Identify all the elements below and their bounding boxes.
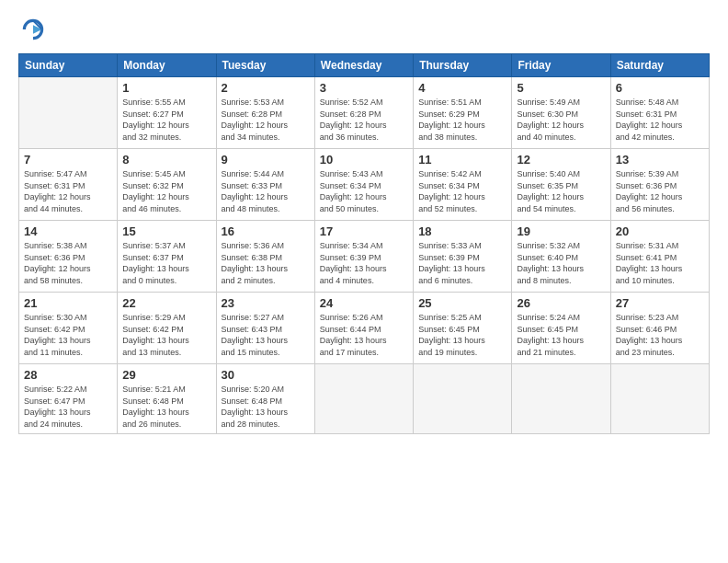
table-row: 26Sunrise: 5:24 AM Sunset: 6:45 PM Dayli… [512, 293, 610, 364]
day-number: 23 [222, 296, 310, 310]
day-number: 1 [122, 81, 210, 95]
day-number: 13 [616, 153, 704, 167]
table-row: 4Sunrise: 5:51 AM Sunset: 6:29 PM Daylig… [414, 77, 512, 149]
day-info: Sunrise: 5:55 AM Sunset: 6:27 PM Dayligh… [122, 97, 210, 143]
day-info: Sunrise: 5:24 AM Sunset: 6:45 PM Dayligh… [517, 312, 605, 358]
table-row: 1Sunrise: 5:55 AM Sunset: 6:27 PM Daylig… [118, 77, 216, 149]
table-row: 29Sunrise: 5:21 AM Sunset: 6:48 PM Dayli… [118, 364, 216, 434]
day-number: 21 [24, 296, 112, 310]
header-wednesday: Wednesday [314, 54, 413, 77]
table-row [314, 364, 413, 434]
header-sunday: Sunday [19, 54, 118, 77]
day-info: Sunrise: 5:30 AM Sunset: 6:42 PM Dayligh… [24, 312, 112, 358]
day-number: 14 [24, 224, 112, 238]
day-number: 6 [616, 81, 704, 95]
day-info: Sunrise: 5:51 AM Sunset: 6:29 PM Dayligh… [418, 97, 506, 143]
table-row: 30Sunrise: 5:20 AM Sunset: 6:48 PM Dayli… [216, 364, 314, 434]
table-row: 24Sunrise: 5:26 AM Sunset: 6:44 PM Dayli… [314, 293, 413, 364]
table-row: 2Sunrise: 5:53 AM Sunset: 6:28 PM Daylig… [216, 77, 314, 149]
day-number: 18 [418, 224, 506, 238]
day-info: Sunrise: 5:45 AM Sunset: 6:32 PM Dayligh… [122, 168, 210, 214]
day-info: Sunrise: 5:21 AM Sunset: 6:48 PM Dayligh… [122, 384, 210, 430]
day-info: Sunrise: 5:29 AM Sunset: 6:42 PM Dayligh… [122, 312, 210, 358]
day-number: 3 [320, 81, 408, 95]
day-number: 8 [122, 153, 210, 167]
table-row: 17Sunrise: 5:34 AM Sunset: 6:39 PM Dayli… [314, 221, 413, 293]
day-number: 29 [122, 368, 210, 382]
table-row: 19Sunrise: 5:32 AM Sunset: 6:40 PM Dayli… [512, 221, 610, 293]
table-row: 16Sunrise: 5:36 AM Sunset: 6:38 PM Dayli… [216, 221, 314, 293]
day-info: Sunrise: 5:48 AM Sunset: 6:31 PM Dayligh… [616, 97, 704, 143]
table-row: 25Sunrise: 5:25 AM Sunset: 6:45 PM Dayli… [414, 293, 512, 364]
table-row: 27Sunrise: 5:23 AM Sunset: 6:46 PM Dayli… [610, 293, 709, 364]
table-row: 9Sunrise: 5:44 AM Sunset: 6:33 PM Daylig… [216, 149, 314, 221]
table-row: 7Sunrise: 5:47 AM Sunset: 6:31 PM Daylig… [19, 149, 118, 221]
header-saturday: Saturday [610, 54, 709, 77]
table-row: 20Sunrise: 5:31 AM Sunset: 6:41 PM Dayli… [610, 221, 709, 293]
day-number: 5 [517, 81, 605, 95]
day-info: Sunrise: 5:32 AM Sunset: 6:40 PM Dayligh… [517, 240, 605, 286]
header-monday: Monday [118, 54, 216, 77]
day-number: 20 [616, 224, 704, 238]
calendar-table: Sunday Monday Tuesday Wednesday Thursday… [18, 53, 710, 434]
day-number: 24 [320, 296, 408, 310]
day-info: Sunrise: 5:27 AM Sunset: 6:43 PM Dayligh… [222, 312, 310, 358]
table-row: 11Sunrise: 5:42 AM Sunset: 6:34 PM Dayli… [414, 149, 512, 221]
day-number: 2 [222, 81, 310, 95]
day-info: Sunrise: 5:42 AM Sunset: 6:34 PM Dayligh… [418, 168, 506, 214]
day-info: Sunrise: 5:33 AM Sunset: 6:39 PM Dayligh… [418, 240, 506, 286]
day-info: Sunrise: 5:43 AM Sunset: 6:34 PM Dayligh… [320, 168, 408, 214]
day-info: Sunrise: 5:37 AM Sunset: 6:37 PM Dayligh… [122, 240, 210, 286]
table-row: 21Sunrise: 5:30 AM Sunset: 6:42 PM Dayli… [19, 293, 118, 364]
day-info: Sunrise: 5:44 AM Sunset: 6:33 PM Dayligh… [222, 168, 310, 214]
day-number: 16 [222, 224, 310, 238]
day-number: 22 [122, 296, 210, 310]
table-row: 6Sunrise: 5:48 AM Sunset: 6:31 PM Daylig… [610, 77, 709, 149]
day-info: Sunrise: 5:23 AM Sunset: 6:46 PM Dayligh… [616, 312, 704, 358]
day-info: Sunrise: 5:52 AM Sunset: 6:28 PM Dayligh… [320, 97, 408, 143]
day-number: 19 [517, 224, 605, 238]
table-row: 13Sunrise: 5:39 AM Sunset: 6:36 PM Dayli… [610, 149, 709, 221]
day-info: Sunrise: 5:39 AM Sunset: 6:36 PM Dayligh… [616, 168, 704, 214]
table-row: 5Sunrise: 5:49 AM Sunset: 6:30 PM Daylig… [512, 77, 610, 149]
header-thursday: Thursday [414, 54, 512, 77]
day-info: Sunrise: 5:38 AM Sunset: 6:36 PM Dayligh… [24, 240, 112, 286]
day-number: 10 [320, 153, 408, 167]
day-number: 26 [517, 296, 605, 310]
table-row [512, 364, 610, 434]
table-row: 15Sunrise: 5:37 AM Sunset: 6:37 PM Dayli… [118, 221, 216, 293]
day-number: 30 [222, 368, 310, 382]
day-info: Sunrise: 5:36 AM Sunset: 6:38 PM Dayligh… [222, 240, 310, 286]
day-number: 17 [320, 224, 408, 238]
table-row: 23Sunrise: 5:27 AM Sunset: 6:43 PM Dayli… [216, 293, 314, 364]
day-info: Sunrise: 5:34 AM Sunset: 6:39 PM Dayligh… [320, 240, 408, 286]
table-row: 8Sunrise: 5:45 AM Sunset: 6:32 PM Daylig… [118, 149, 216, 221]
day-info: Sunrise: 5:31 AM Sunset: 6:41 PM Dayligh… [616, 240, 704, 286]
weekday-header-row: Sunday Monday Tuesday Wednesday Thursday… [19, 54, 710, 77]
day-info: Sunrise: 5:22 AM Sunset: 6:47 PM Dayligh… [24, 384, 112, 430]
table-row: 12Sunrise: 5:40 AM Sunset: 6:35 PM Dayli… [512, 149, 610, 221]
day-number: 15 [122, 224, 210, 238]
logo-icon [18, 15, 48, 44]
table-row: 14Sunrise: 5:38 AM Sunset: 6:36 PM Dayli… [19, 221, 118, 293]
day-number: 4 [418, 81, 506, 95]
day-info: Sunrise: 5:26 AM Sunset: 6:44 PM Dayligh… [320, 312, 408, 358]
day-info: Sunrise: 5:49 AM Sunset: 6:30 PM Dayligh… [517, 97, 605, 143]
table-row: 18Sunrise: 5:33 AM Sunset: 6:39 PM Dayli… [414, 221, 512, 293]
day-info: Sunrise: 5:25 AM Sunset: 6:45 PM Dayligh… [418, 312, 506, 358]
table-row: 10Sunrise: 5:43 AM Sunset: 6:34 PM Dayli… [314, 149, 413, 221]
day-number: 27 [616, 296, 704, 310]
header-friday: Friday [512, 54, 610, 77]
table-row: 28Sunrise: 5:22 AM Sunset: 6:47 PM Dayli… [19, 364, 118, 434]
table-row: 3Sunrise: 5:52 AM Sunset: 6:28 PM Daylig… [314, 77, 413, 149]
day-info: Sunrise: 5:53 AM Sunset: 6:28 PM Dayligh… [222, 97, 310, 143]
logo [18, 15, 51, 44]
day-number: 28 [24, 368, 112, 382]
day-number: 11 [418, 153, 506, 167]
table-row [414, 364, 512, 434]
day-number: 9 [222, 153, 310, 167]
day-info: Sunrise: 5:20 AM Sunset: 6:48 PM Dayligh… [222, 384, 310, 430]
day-number: 12 [517, 153, 605, 167]
table-row [610, 364, 709, 434]
table-row [19, 77, 118, 149]
